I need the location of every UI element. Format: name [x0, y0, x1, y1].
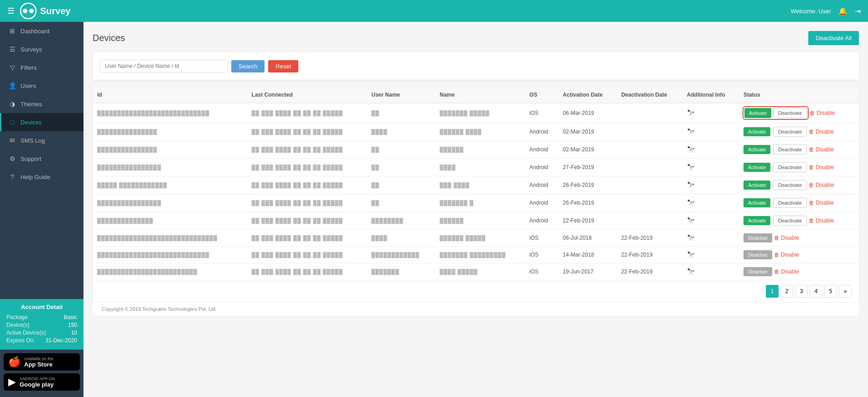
sidebar-item-help-guide[interactable]: ?Help Guide — [0, 168, 83, 186]
col-id: Id — [93, 87, 247, 103]
cell-name: ██████ — [435, 212, 525, 230]
deactivate-button[interactable]: Deactivate — [773, 216, 807, 226]
disable-button[interactable]: 🗑 Disable — [809, 146, 834, 153]
appstore-text: Available on the App Store — [24, 356, 53, 368]
cell-last-connected: ██ ███ ████ ██:██:██ █████ — [247, 123, 367, 141]
sidebar-item-surveys[interactable]: ☰Surveys — [0, 40, 83, 58]
logout-icon-btn[interactable]: ⇥ — [855, 7, 861, 15]
binoculars-icon[interactable]: 🔭 — [687, 234, 695, 242]
status-cell: ActivateDeactivate 🗑 Disable — [743, 144, 854, 155]
table-row: ████████████████████████████████ ███ ███… — [93, 230, 859, 247]
cell-last-connected: ██ ███ ████ ██:██:██ █████ — [247, 103, 367, 123]
cell-deactivation-date — [617, 212, 682, 230]
sidebar-item-support[interactable]: ⚙Support — [0, 150, 83, 168]
cell-deactivation-date — [617, 123, 682, 141]
binoculars-icon[interactable]: 🔭 — [687, 109, 695, 117]
cell-last-connected: ██ ███ ████ ██:██:██ █████ — [247, 194, 367, 212]
binoculars-icon[interactable]: 🔭 — [687, 164, 695, 171]
disable-button[interactable]: 🗑 Disable — [774, 235, 799, 241]
cell-last-connected: ██ ███ ████ ██:██:██ █████ — [247, 263, 367, 280]
binoculars-icon[interactable]: 🔭 — [687, 268, 695, 275]
sidebar-item-sms-log[interactable]: ✉SMS Log — [0, 131, 83, 150]
user-icon-btn[interactable]: 🔔 — [838, 7, 847, 15]
deactivate-button[interactable]: Deactivate — [773, 198, 807, 208]
disable-button[interactable]: 🗑 Disable — [774, 268, 799, 275]
cell-status: ActivateDeactivate 🗑 Disable — [739, 194, 859, 212]
sidebar-item-dashboard[interactable]: ⊞Dashboard — [0, 22, 83, 40]
activate-button[interactable]: Activate — [743, 198, 770, 207]
deactivate-all-button[interactable]: Deactivate All — [808, 31, 859, 45]
cell-additional-info: 🔭 — [682, 212, 739, 230]
deactive-button[interactable]: Deactive — [743, 250, 772, 259]
search-input[interactable] — [100, 60, 228, 72]
copyright-text: Copyright © 2019 Techgrains Technologies… — [102, 306, 217, 312]
page-5-button[interactable]: 5 — [824, 285, 837, 298]
cell-last-connected: ██ ███ ████ ██:██:██ █████ — [247, 247, 367, 263]
sidebar-item-users[interactable]: 👤Users — [0, 77, 83, 95]
activate-button[interactable]: Activate — [743, 180, 770, 190]
binoculars-icon[interactable]: 🔭 — [687, 181, 695, 189]
binoculars-icon[interactable]: 🔭 — [687, 146, 695, 153]
status-cell: ActivateDeactivate 🗑 Disable — [743, 127, 854, 137]
activate-button[interactable]: Activate — [743, 127, 770, 136]
topnav: ☰ Survey Welcome, User 🔔 ⇥ — [0, 0, 868, 22]
cell-id: ████████████████ — [93, 194, 247, 212]
sidebar-item-filters[interactable]: ▽Filters — [0, 58, 83, 77]
page-2-button[interactable]: 2 — [780, 285, 793, 298]
cell-name: ██████ █████ — [435, 230, 525, 247]
sidebar-item-themes[interactable]: ◑Themes — [0, 95, 83, 113]
deactivate-button[interactable]: Deactivate — [773, 180, 807, 190]
activate-button[interactable]: Activate — [743, 216, 770, 225]
cell-username: ██ — [367, 176, 435, 194]
reset-button[interactable]: Reset — [268, 60, 298, 72]
binoculars-icon[interactable]: 🔭 — [687, 128, 695, 135]
cell-activation-date: 19-Jun-2017 — [558, 263, 617, 280]
page-1-button[interactable]: 1 — [766, 285, 779, 298]
search-button[interactable]: Search — [231, 60, 265, 72]
cell-status: ActivateDeactivate 🗑 Disable — [739, 103, 859, 123]
cell-additional-info: 🔭 — [682, 103, 739, 123]
binoculars-icon[interactable]: 🔭 — [687, 199, 695, 206]
deactivate-button[interactable]: Deactivate — [773, 108, 807, 118]
deactive-button[interactable]: Deactive — [743, 267, 772, 276]
next-page-button[interactable]: » — [839, 285, 852, 298]
cell-deactivation-date — [617, 176, 682, 194]
deactivate-button[interactable]: Deactivate — [773, 127, 807, 137]
activate-button[interactable]: Activate — [743, 163, 770, 172]
cell-activation-date: 26-Feb-2019 — [558, 194, 617, 212]
disable-button[interactable]: 🗑 Disable — [809, 164, 834, 170]
cell-os: Android — [525, 141, 558, 159]
disable-button[interactable]: 🗑 Disable — [809, 200, 834, 206]
page-4-button[interactable]: 4 — [810, 285, 822, 298]
page-3-button[interactable]: 3 — [795, 285, 808, 298]
disable-button[interactable]: 🗑 Disable — [809, 217, 834, 224]
cell-deactivation-date — [617, 141, 682, 159]
binoculars-icon[interactable]: 🔭 — [687, 217, 695, 224]
col-status: Status — [739, 87, 859, 103]
activate-button[interactable]: Activate — [743, 145, 770, 154]
deactive-button[interactable]: Deactive — [743, 233, 772, 242]
googleplay-badge[interactable]: ▶ ANDROID APP ON Google play — [4, 373, 80, 391]
appstore-badge[interactable]: 🍎 Available on the App Store — [4, 353, 80, 371]
layout: ⊞Dashboard☰Surveys▽Filters👤Users◑Themes□… — [0, 22, 868, 397]
cell-id: ██████████████ — [93, 212, 247, 230]
cell-os: Android — [525, 212, 558, 230]
disable-button[interactable]: 🗑 Disable — [810, 110, 835, 116]
disable-button[interactable]: 🗑 Disable — [774, 252, 799, 258]
hamburger-icon[interactable]: ☰ — [7, 6, 15, 16]
deactivate-button[interactable]: Deactivate — [773, 162, 807, 172]
sidebar-item-devices[interactable]: □Devices — [0, 113, 83, 131]
support-icon: ⚙ — [9, 155, 16, 162]
cell-status: Deactive 🗑 Disable — [739, 263, 859, 280]
cell-name: ██████ ████ — [435, 123, 525, 141]
disable-button[interactable]: 🗑 Disable — [809, 182, 834, 188]
col-name: Name — [435, 87, 525, 103]
footer: Copyright © 2019 Techgrains Technologies… — [93, 302, 859, 315]
disable-button[interactable]: 🗑 Disable — [809, 129, 834, 135]
binoculars-icon[interactable]: 🔭 — [687, 251, 695, 258]
deactivate-button[interactable]: Deactivate — [773, 144, 807, 155]
account-row: Device(s)150 — [6, 322, 77, 328]
surveys-icon: ☰ — [9, 46, 16, 53]
cell-username: ████ — [367, 123, 435, 141]
activate-button[interactable]: Activate — [744, 108, 771, 118]
